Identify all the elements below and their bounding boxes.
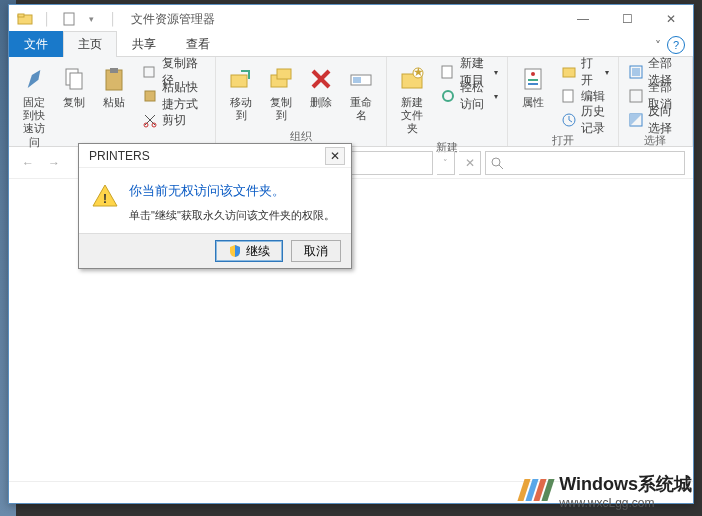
- watermark-url: www.wxcLgg.com: [559, 496, 692, 510]
- svg-point-25: [443, 91, 453, 101]
- svg-line-39: [499, 165, 503, 169]
- new-folder-icon: ★: [396, 63, 428, 95]
- watermark-name: Windows系统城: [559, 472, 692, 496]
- move-to-icon: [225, 63, 257, 95]
- warning-icon: !: [91, 182, 119, 210]
- qat-doc-icon[interactable]: [59, 9, 79, 29]
- delete-button[interactable]: 删除: [302, 61, 340, 127]
- svg-rect-20: [353, 77, 361, 83]
- dialog-body: ! 你当前无权访问该文件夹。 单击"继续"获取永久访问该文件夹的权限。: [79, 168, 351, 233]
- continue-label: 继续: [246, 243, 270, 260]
- tab-home[interactable]: 主页: [63, 31, 117, 57]
- svg-text:★: ★: [413, 65, 424, 79]
- copy-to-label: 复制到: [265, 96, 297, 122]
- rename-label: 重命名: [345, 96, 377, 122]
- address-dropdown-icon[interactable]: ˅: [437, 151, 455, 175]
- cancel-button[interactable]: 取消: [291, 240, 341, 262]
- invert-selection-icon: [628, 112, 644, 128]
- ribbon: 固定到快 速访问 复制 粘贴 复制路径 粘贴快捷方式 剪切 剪贴板: [9, 57, 693, 147]
- ribbon-expand-icon[interactable]: ˅: [655, 39, 661, 53]
- copy-to-button[interactable]: 复制到: [262, 61, 300, 127]
- easy-access-button[interactable]: 轻松访问▾: [437, 85, 500, 107]
- properties-button[interactable]: 属性: [514, 61, 552, 131]
- open-icon: [561, 64, 577, 80]
- svg-rect-16: [277, 69, 291, 79]
- open-button[interactable]: 打开▾: [558, 61, 612, 83]
- cut-label: 剪切: [162, 112, 186, 129]
- history-button[interactable]: 历史记录: [558, 109, 612, 131]
- tab-share[interactable]: 共享: [117, 31, 171, 57]
- copy-button[interactable]: 复制: [55, 61, 93, 151]
- svg-rect-34: [632, 68, 640, 76]
- uac-shield-icon: [228, 244, 242, 258]
- folder-icon: [15, 9, 35, 29]
- window-controls: — ☐ ✕: [561, 5, 693, 33]
- qat-dropdown-icon[interactable]: ▾: [81, 9, 101, 29]
- pin-quick-access-button[interactable]: 固定到快 速访问: [15, 61, 53, 151]
- dialog-close-button[interactable]: ✕: [325, 147, 345, 165]
- maximize-button[interactable]: ☐: [605, 5, 649, 33]
- delete-icon: [305, 63, 337, 95]
- svg-rect-7: [110, 68, 118, 73]
- svg-rect-28: [528, 79, 538, 81]
- search-box[interactable]: [485, 151, 685, 175]
- ribbon-group-clipboard: 固定到快 速访问 复制 粘贴 复制路径 粘贴快捷方式 剪切 剪贴板: [9, 57, 216, 146]
- paste-shortcut-icon: [142, 88, 158, 104]
- easy-access-icon: [440, 88, 456, 104]
- address-clear-button[interactable]: ✕: [459, 151, 481, 175]
- cut-icon: [142, 112, 158, 128]
- tab-view[interactable]: 查看: [171, 31, 225, 57]
- qat-separator2: │: [103, 9, 123, 29]
- svg-point-38: [492, 158, 500, 166]
- help-icon[interactable]: ?: [667, 36, 685, 54]
- new-folder-button[interactable]: ★新建 文件夹: [393, 61, 431, 138]
- svg-point-27: [531, 72, 535, 76]
- nav-back-button[interactable]: ←: [17, 152, 39, 174]
- svg-rect-31: [563, 90, 573, 102]
- chevron-down-icon: ▾: [494, 92, 498, 101]
- svg-rect-2: [64, 13, 74, 25]
- properties-icon: [517, 63, 549, 95]
- svg-rect-30: [563, 68, 575, 77]
- paste-shortcut-button[interactable]: 粘贴快捷方式: [139, 85, 209, 107]
- rename-button[interactable]: 重命名: [342, 61, 380, 127]
- nav-forward-button[interactable]: →: [43, 152, 65, 174]
- open-group-label: 打开: [514, 131, 612, 148]
- svg-rect-35: [630, 90, 642, 102]
- ribbon-group-new: ★新建 文件夹 新建项目▾ 轻松访问▾ 新建: [387, 57, 507, 146]
- invert-selection-button[interactable]: 反向选择: [625, 109, 686, 131]
- select-none-icon: [628, 88, 644, 104]
- pin-icon: [18, 63, 50, 95]
- easy-access-label: 轻松访问: [460, 79, 487, 113]
- ribbon-group-organize: 移动到 复制到 删除 重命名 组织: [216, 57, 387, 146]
- close-button[interactable]: ✕: [649, 5, 693, 33]
- cut-button[interactable]: 剪切: [139, 109, 209, 131]
- svg-rect-8: [144, 67, 154, 77]
- svg-rect-1: [18, 14, 24, 17]
- select-group-label: 选择: [625, 131, 686, 148]
- edit-icon: [561, 88, 577, 104]
- copy-icon: [58, 63, 90, 95]
- svg-rect-24: [442, 66, 452, 78]
- svg-text:!: !: [103, 192, 107, 206]
- paste-button[interactable]: 粘贴: [95, 61, 133, 151]
- window-title: 文件资源管理器: [131, 11, 215, 28]
- open-label: 打开: [581, 55, 599, 89]
- paste-shortcut-label: 粘贴快捷方式: [162, 79, 206, 113]
- new-item-icon: [440, 64, 456, 80]
- delete-label: 删除: [310, 96, 332, 109]
- move-to-label: 移动到: [225, 96, 257, 122]
- tab-file[interactable]: 文件: [9, 31, 63, 57]
- dialog-titlebar[interactable]: PRINTERS ✕: [79, 144, 351, 168]
- cancel-label: 取消: [304, 243, 328, 260]
- minimize-button[interactable]: —: [561, 5, 605, 33]
- ribbon-group-select: 全部选择 全部取消 反向选择 选择: [619, 57, 693, 146]
- move-to-button[interactable]: 移动到: [222, 61, 260, 127]
- svg-rect-9: [145, 91, 155, 101]
- copy-label: 复制: [63, 96, 85, 109]
- select-all-icon: [628, 64, 644, 80]
- continue-button[interactable]: 继续: [215, 240, 283, 262]
- dialog-title: PRINTERS: [89, 149, 150, 163]
- search-icon: [490, 156, 504, 170]
- titlebar[interactable]: │ ▾ │ 文件资源管理器 — ☐ ✕: [9, 5, 693, 33]
